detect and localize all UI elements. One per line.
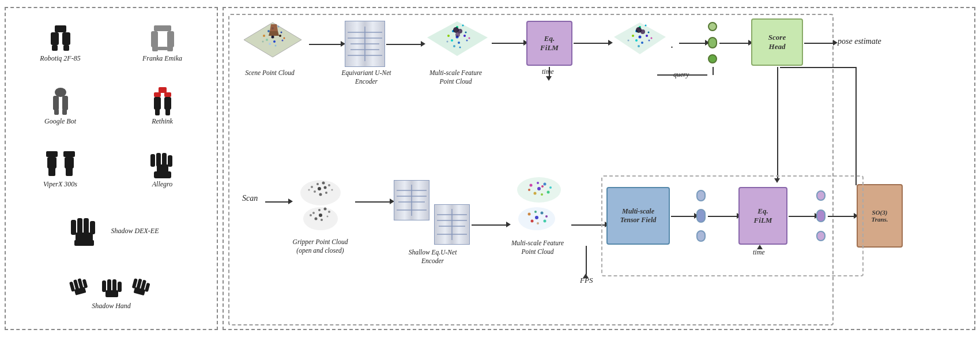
svg-point-158 <box>534 211 537 213</box>
scene-point-cloud-svg <box>241 20 304 69</box>
svg-rect-48 <box>107 279 111 292</box>
rethink-label: Rethink <box>152 117 173 126</box>
svg-point-61 <box>263 35 265 37</box>
svg-point-129 <box>328 211 330 213</box>
svg-rect-2 <box>62 32 70 45</box>
svg-point-132 <box>315 218 318 220</box>
gripper-item-shadow-dex: Shadow DEX-EE <box>10 201 212 261</box>
svg-point-102 <box>632 35 634 37</box>
arrow-unet-feature-top <box>386 44 421 45</box>
svg-point-92 <box>459 47 461 48</box>
svg-rect-6 <box>151 31 158 47</box>
arrow-bars-up <box>713 67 714 75</box>
gripper-item-viperx: ViperX 300s <box>10 138 110 199</box>
gripper-cloud-svg <box>292 173 349 236</box>
svg-point-159 <box>541 212 544 215</box>
unet-encoder-top <box>345 21 385 67</box>
arrow-dot-bars-top <box>679 43 705 44</box>
svg-point-60 <box>281 32 282 33</box>
svg-rect-21 <box>155 108 160 115</box>
gripper-item-franka: Franka Emika <box>112 13 212 73</box>
svg-point-131 <box>321 219 323 221</box>
arrow-score-so3 <box>777 67 778 181</box>
so3-trans-box: SO(3) Trans. <box>857 184 903 248</box>
svg-point-96 <box>455 32 460 37</box>
svg-point-63 <box>279 35 281 37</box>
gripper-item-robotiq: Robotiq 2F-85 <box>10 13 110 73</box>
svg-rect-50 <box>118 282 122 292</box>
svg-point-110 <box>628 40 630 42</box>
svg-point-69 <box>275 45 277 47</box>
svg-point-89 <box>458 42 460 44</box>
svg-point-66 <box>273 40 276 43</box>
svg-point-81 <box>462 25 464 27</box>
shadow-hand-icon-2 <box>99 278 125 302</box>
svg-rect-24 <box>63 151 75 157</box>
shadow-hand-icon-3 <box>129 278 155 302</box>
svg-point-101 <box>648 32 650 33</box>
svg-point-114 <box>303 207 338 230</box>
svg-marker-72 <box>269 31 279 36</box>
svg-point-62 <box>272 36 274 39</box>
unet-encoder-top-label: Equivariant U-Net Encoder <box>336 69 397 86</box>
svg-point-155 <box>541 185 544 188</box>
svg-point-104 <box>646 35 648 37</box>
svg-rect-33 <box>168 155 172 167</box>
eq-film-top: Eq. FiLM <box>526 21 572 66</box>
arrow-feature-tensor <box>571 224 605 226</box>
svg-point-164 <box>535 216 538 219</box>
svg-point-68 <box>269 43 271 45</box>
svg-rect-18 <box>164 92 171 97</box>
svg-point-133 <box>310 214 312 216</box>
svg-point-122 <box>314 190 316 193</box>
robotiq-icon <box>40 23 81 54</box>
score-head-label: Score Head <box>768 33 786 51</box>
svg-point-151 <box>541 193 543 196</box>
arrow-scene-to-unet-top <box>309 44 341 45</box>
so3-label: SO(3) Trans. <box>871 209 888 223</box>
svg-rect-47 <box>102 280 106 292</box>
svg-rect-23 <box>46 151 58 157</box>
svg-rect-7 <box>167 31 174 47</box>
pose-estimate-label: pose estimate <box>838 37 881 46</box>
svg-point-123 <box>308 189 310 191</box>
svg-point-147 <box>537 182 539 184</box>
scan-label: Scan <box>242 194 258 203</box>
main-container: Robotiq 2F-85 Franka Emika <box>0 0 980 337</box>
svg-rect-40 <box>74 240 94 246</box>
gripper-item-google: Google Bot <box>10 76 110 136</box>
arrow-fps-up <box>586 246 587 275</box>
multiscale-feature-top-label: Multi-scale Feature Point Cloud <box>420 69 492 86</box>
multiscale-feature-top-svg <box>424 18 491 68</box>
svg-point-149 <box>549 186 552 189</box>
svg-rect-25 <box>47 157 56 168</box>
dot-separator-top: · <box>670 41 673 54</box>
svg-point-163 <box>531 220 534 223</box>
shadow-hand-label: Shadow Hand <box>92 302 131 310</box>
svg-point-127 <box>318 209 321 211</box>
gripper-item-allegro: Allegro <box>112 138 212 199</box>
svg-point-90 <box>466 40 468 42</box>
svg-point-109 <box>638 45 640 47</box>
pipeline-panel: Scene Point Cloud Equivariant U-Net Enco… <box>223 7 975 330</box>
unet-encoder-bot-1 <box>394 180 429 220</box>
svg-point-70 <box>262 41 264 43</box>
svg-rect-30 <box>150 154 155 167</box>
svg-point-105 <box>651 38 653 39</box>
svg-point-91 <box>453 45 455 47</box>
svg-point-84 <box>447 35 450 37</box>
svg-rect-16 <box>159 87 167 93</box>
svg-rect-28 <box>66 167 73 176</box>
franka-icon <box>142 23 183 54</box>
left-panel: Robotiq 2F-85 Franka Emika <box>5 7 218 330</box>
multiscale-feature-bot-svg <box>509 173 570 236</box>
svg-point-59 <box>267 30 270 32</box>
svg-point-112 <box>640 29 645 34</box>
svg-rect-19 <box>154 97 161 110</box>
shadow-dex-label: Shadow DEX-EE <box>111 227 159 235</box>
score-head-box: Score Head <box>751 18 803 66</box>
svg-rect-13 <box>62 96 68 110</box>
arrowhead-score-pose <box>833 40 838 46</box>
svg-rect-3 <box>52 45 58 51</box>
svg-point-88 <box>451 39 453 42</box>
